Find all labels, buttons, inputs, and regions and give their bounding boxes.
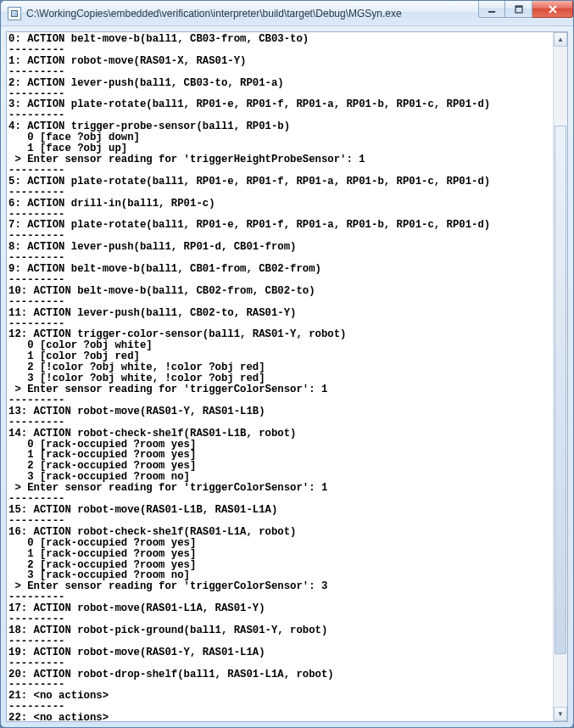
window-title: C:\WorkingCopies\embedded\verification\i…: [26, 8, 478, 20]
scroll-track[interactable]: [554, 47, 567, 707]
svg-rect-0: [488, 11, 495, 13]
scroll-thumb[interactable]: [554, 126, 566, 653]
window-buttons: [478, 1, 573, 25]
vertical-scrollbar[interactable]: ▲ ▼: [553, 32, 567, 721]
app-icon: [8, 7, 21, 20]
app-window: C:\WorkingCopies\embedded\verification\i…: [0, 0, 574, 728]
scroll-down-button[interactable]: ▼: [554, 707, 567, 721]
scroll-up-button[interactable]: ▲: [554, 32, 567, 47]
console-output: 0: ACTION belt-move-b(ball1, CB03-from, …: [7, 32, 553, 721]
close-button[interactable]: [532, 1, 573, 18]
maximize-button[interactable]: [505, 1, 532, 18]
minimize-button[interactable]: [478, 1, 505, 18]
svg-rect-2: [515, 6, 522, 8]
titlebar[interactable]: C:\WorkingCopies\embedded\verification\i…: [1, 1, 573, 26]
client-area: 0: ACTION belt-move-b(ball1, CB03-from, …: [6, 31, 568, 722]
